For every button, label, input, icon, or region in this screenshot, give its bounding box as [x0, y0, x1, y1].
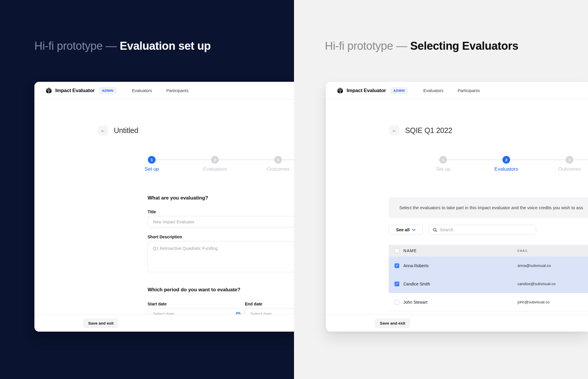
page-title: Untitled	[114, 126, 138, 135]
step-label: Evaluators	[191, 166, 238, 172]
slide-title-prefix: Hi-fi prototype —	[325, 40, 407, 52]
slide-selecting-evaluators: Hi-fi prototype — Selecting Evaluators I…	[294, 0, 588, 379]
step-label: Outcomes	[546, 166, 588, 172]
instruction-banner: Select the evaluators to take part in th…	[389, 197, 588, 218]
app-nav: Evaluators Participants	[423, 88, 480, 93]
slide-title: Hi-fi prototype — Selecting Evaluators	[325, 39, 518, 53]
step-number: 1	[148, 156, 156, 164]
app-card-setup: Impact Evaluator ADMIN Evaluators Partic…	[34, 82, 294, 332]
app-footer: Save and exit	[34, 315, 294, 332]
row-checkbox[interactable]	[395, 282, 399, 286]
title-field-label: Title	[148, 210, 156, 214]
step-number: 3	[566, 156, 573, 164]
select-all-checkbox[interactable]	[395, 248, 399, 253]
row-email: john@subvisual.co	[517, 300, 549, 304]
brand-logo-icon	[46, 87, 52, 94]
description-field-label: Short Description	[148, 235, 182, 239]
step-label: Evaluators	[483, 166, 530, 172]
table-row[interactable]: Anna Roberts anna@subvisual.co	[389, 257, 588, 275]
description-textarea[interactable]	[148, 241, 294, 272]
slide-evaluation-setup: Hi-fi prototype — Evaluation set up Impa…	[0, 0, 294, 379]
app-header: Impact Evaluator ADMIN Evaluators Partic…	[34, 82, 294, 99]
see-all-label: See all	[396, 227, 410, 232]
chevron-down-icon	[412, 229, 415, 231]
brand-name: Impact Evaluator	[55, 88, 95, 94]
row-name: Anna Roberts	[403, 263, 517, 268]
search-icon	[433, 228, 437, 232]
step-outcomes[interactable]: 3 Outcomes	[255, 156, 294, 172]
page-title: SQIE Q1 2022	[405, 126, 452, 135]
start-date-label: Start date	[148, 302, 167, 306]
step-number: 1	[439, 156, 447, 164]
row-email: candice@subvisual.co	[517, 282, 556, 286]
nav-item-participants[interactable]: Participants	[166, 88, 188, 93]
step-evaluators[interactable]: 2 Evaluators	[483, 156, 530, 172]
table-row[interactable]: John Stewart john@subvisual.co	[389, 293, 588, 311]
step-label: Set up	[420, 166, 467, 172]
column-header-email: EMAIL	[517, 249, 528, 252]
slide-title: Hi-fi prototype — Evaluation set up	[34, 39, 211, 53]
table-row[interactable]: Candice Smith candice@subvisual.co	[389, 275, 588, 293]
row-name: Candice Smith	[403, 282, 517, 286]
instruction-text: Select the evaluators to take part in th…	[399, 205, 583, 210]
back-button[interactable]	[389, 125, 400, 135]
title-input[interactable]	[148, 216, 294, 228]
step-number: 3	[274, 156, 282, 164]
section-heading-period: Which period do you want to evaluate?	[148, 287, 240, 293]
step-number: 2	[211, 156, 219, 164]
table-header-row: NAME EMAIL	[389, 245, 588, 257]
nav-item-participants[interactable]: Participants	[457, 88, 480, 93]
row-email: anna@subvisual.co	[517, 263, 551, 268]
slide-title-prefix: Hi-fi prototype —	[34, 40, 117, 52]
search-field	[429, 225, 536, 235]
end-date-label: End date	[245, 302, 262, 306]
step-label: Set up	[128, 166, 175, 172]
row-checkbox[interactable]	[395, 263, 399, 268]
step-outcomes[interactable]: 3 Outcomes	[546, 156, 588, 172]
section-heading-evaluating: What are you evaluating?	[148, 195, 208, 201]
app-nav: Evaluators Participants	[132, 88, 188, 93]
brand-logo-icon	[337, 87, 343, 94]
step-evaluators[interactable]: 2 Evaluators	[191, 156, 238, 172]
save-and-exit-button[interactable]: Save and exit	[83, 318, 118, 328]
app-header: Impact Evaluator ADMIN Evaluators Partic…	[326, 82, 588, 99]
save-and-exit-button[interactable]: Save and exit	[375, 318, 410, 328]
nav-item-evaluators[interactable]: Evaluators	[132, 88, 152, 93]
row-name: John Stewart	[403, 300, 517, 305]
slide-title-emphasis: Evaluation set up	[120, 40, 211, 52]
admin-badge: ADMIN	[99, 87, 117, 94]
step-label: Outcomes	[255, 166, 294, 172]
step-setup[interactable]: 1 Set up	[128, 156, 175, 172]
admin-badge: ADMIN	[390, 87, 408, 94]
see-all-dropdown[interactable]: See all	[389, 225, 423, 235]
back-button[interactable]	[98, 125, 108, 135]
brand-name: Impact Evaluator	[347, 88, 386, 94]
search-input[interactable]	[440, 227, 536, 232]
step-number: 2	[502, 156, 510, 164]
slide-title-emphasis: Selecting Evaluators	[410, 40, 518, 52]
step-setup[interactable]: 1 Set up	[420, 156, 467, 172]
column-header-name: NAME	[403, 248, 517, 253]
row-checkbox[interactable]	[395, 300, 399, 305]
nav-item-evaluators[interactable]: Evaluators	[423, 88, 444, 93]
app-footer: Save and exit	[326, 315, 588, 332]
app-card-evaluators: Impact Evaluator ADMIN Evaluators Partic…	[326, 82, 588, 332]
